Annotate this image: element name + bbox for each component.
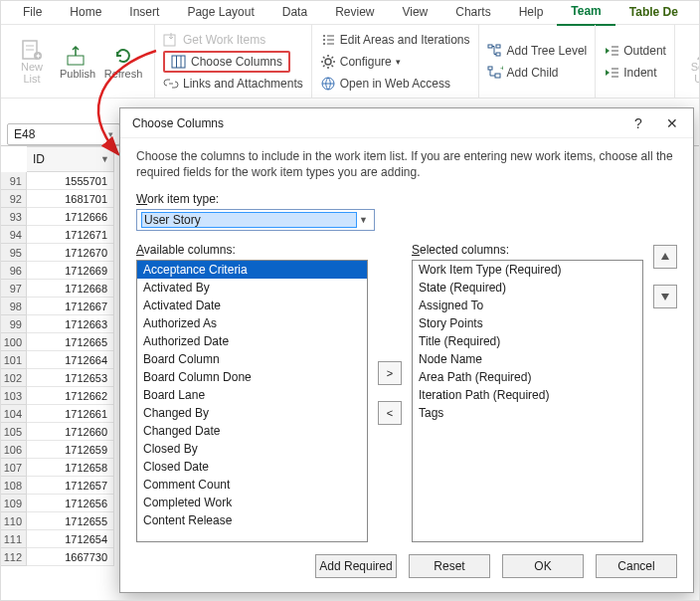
cell-id[interactable]: 1712657 <box>27 477 114 495</box>
move-up-button[interactable] <box>653 245 677 269</box>
cell-id[interactable]: 1712663 <box>27 315 114 333</box>
cell-id[interactable]: 1712653 <box>27 369 114 387</box>
cell-id[interactable]: 1712659 <box>27 441 114 459</box>
refresh-button[interactable]: Refresh <box>100 27 146 96</box>
cell-id[interactable]: 1667730 <box>27 548 114 566</box>
tab-team[interactable]: Team <box>557 0 614 26</box>
row-header[interactable]: 91 <box>1 172 27 190</box>
row-header[interactable]: 110 <box>1 512 27 530</box>
row-header[interactable]: 98 <box>1 298 27 315</box>
tab-table-de[interactable]: Table De <box>615 1 692 25</box>
cell-id[interactable]: 1712670 <box>27 244 114 262</box>
selected-item[interactable]: Assigned To <box>413 297 642 314</box>
move-down-button[interactable] <box>653 285 677 308</box>
available-item[interactable]: Closed By <box>137 440 367 458</box>
cell-id[interactable]: 1712669 <box>27 262 114 280</box>
close-button[interactable]: ✕ <box>655 109 689 137</box>
cell-id[interactable]: 1681701 <box>27 190 114 208</box>
row-header[interactable]: 109 <box>1 495 27 512</box>
links-attachments-button[interactable]: Links and Attachments <box>163 73 303 95</box>
cell-id[interactable]: 1712656 <box>27 495 114 512</box>
row-header[interactable]: 106 <box>1 441 27 459</box>
row-header[interactable]: 101 <box>1 351 27 369</box>
available-columns-list[interactable]: Acceptance CriteriaActivated ByActivated… <box>136 260 368 542</box>
open-web-button[interactable]: Open in Web Access <box>320 73 470 95</box>
add-child-button[interactable]: + Add Child <box>487 62 588 84</box>
tab-review[interactable]: Review <box>321 1 388 25</box>
row-header[interactable]: 93 <box>1 208 27 226</box>
tab-data[interactable]: Data <box>268 1 321 25</box>
cell-id[interactable]: 1712665 <box>27 333 114 351</box>
new-list-button[interactable]: ✦ New List <box>9 27 55 96</box>
add-required-button[interactable]: Add Required <box>315 554 397 578</box>
row-header[interactable]: 111 <box>1 530 27 548</box>
cell-id[interactable]: 1555701 <box>27 172 114 190</box>
tab-page-layout[interactable]: Page Layout <box>173 1 267 25</box>
row-header[interactable]: 95 <box>1 244 27 262</box>
publish-button[interactable]: Publish <box>55 27 100 96</box>
reset-button[interactable]: Reset <box>409 554 490 578</box>
available-item[interactable]: Board Column <box>137 350 367 368</box>
available-item[interactable]: Content Release <box>137 511 367 529</box>
filter-arrow-icon[interactable]: ▼ <box>100 154 109 164</box>
cell-id[interactable]: 1712671 <box>27 226 114 244</box>
row-header[interactable]: 96 <box>1 262 27 280</box>
tab-file[interactable]: File <box>9 1 56 25</box>
tab-help[interactable]: Help <box>505 1 558 25</box>
available-item[interactable]: Changed Date <box>137 422 367 440</box>
available-item[interactable]: Comment Count <box>137 476 367 494</box>
available-item[interactable]: Changed By <box>137 404 367 422</box>
available-item[interactable]: Board Column Done <box>137 368 367 386</box>
cell-id[interactable]: 1712666 <box>27 208 114 226</box>
row-header[interactable]: 104 <box>1 405 27 423</box>
selected-item[interactable]: State (Required) <box>413 279 642 297</box>
cell-id[interactable]: 1712668 <box>27 280 114 298</box>
indent-button[interactable]: Indent <box>604 62 666 84</box>
row-header[interactable]: 103 <box>1 387 27 405</box>
cell-id[interactable]: 1712654 <box>27 530 114 548</box>
tab-insert[interactable]: Insert <box>115 1 173 25</box>
row-header[interactable]: 97 <box>1 280 27 298</box>
work-item-type-select[interactable]: User Story ▼ <box>136 209 375 231</box>
edit-areas-button[interactable]: Edit Areas and Iterations <box>320 29 470 51</box>
row-header[interactable]: 99 <box>1 315 27 333</box>
available-item[interactable]: Authorized As <box>137 314 367 332</box>
available-item[interactable]: Activated Date <box>137 297 367 314</box>
available-item[interactable]: Acceptance Criteria <box>137 261 367 279</box>
cancel-button[interactable]: Cancel <box>596 554 677 578</box>
tab-view[interactable]: View <box>388 1 441 25</box>
outdent-button[interactable]: Outdent <box>604 40 666 62</box>
selected-columns-list[interactable]: Work Item Type (Required)State (Required… <box>412 260 643 542</box>
selected-item[interactable]: Area Path (Required) <box>413 368 642 386</box>
available-item[interactable]: Activated By <box>137 279 367 297</box>
tab-home[interactable]: Home <box>56 1 115 25</box>
selected-item[interactable]: Story Points <box>413 314 642 332</box>
cell-id[interactable]: 1712664 <box>27 351 114 369</box>
help-button[interactable]: ? <box>621 109 655 137</box>
selected-item[interactable]: Work Item Type (Required) <box>413 261 642 279</box>
selected-item[interactable]: Title (Required) <box>413 332 642 350</box>
row-header[interactable]: 112 <box>1 548 27 566</box>
tab-charts[interactable]: Charts <box>441 1 504 25</box>
cell-id[interactable]: 1712662 <box>27 387 114 405</box>
row-header[interactable]: 105 <box>1 423 27 441</box>
cell-id[interactable]: 1712661 <box>27 405 114 423</box>
selected-item[interactable]: Iteration Path (Required) <box>413 386 642 404</box>
move-right-button[interactable]: > <box>378 361 402 385</box>
configure-button[interactable]: Configure ▾ <box>320 51 470 73</box>
row-header[interactable]: 102 <box>1 369 27 387</box>
available-item[interactable]: Authorized Date <box>137 332 367 350</box>
column-header-id[interactable]: ID ▼ <box>27 146 114 172</box>
cell-id[interactable]: 1712655 <box>27 512 114 530</box>
cell-id[interactable]: 1712660 <box>27 423 114 441</box>
cell-id[interactable]: 1712658 <box>27 459 114 477</box>
row-header[interactable]: 100 <box>1 333 27 351</box>
move-left-button[interactable]: < <box>378 401 402 425</box>
select-user-button[interactable]: Select User <box>683 27 700 96</box>
row-header[interactable]: 107 <box>1 459 27 477</box>
add-tree-button[interactable]: Add Tree Level <box>487 40 588 62</box>
selected-item[interactable]: Tags <box>413 404 642 422</box>
get-work-items-button[interactable]: Get Work Items <box>163 29 303 51</box>
cell-id[interactable]: 1712667 <box>27 298 114 315</box>
row-header[interactable]: 108 <box>1 477 27 495</box>
